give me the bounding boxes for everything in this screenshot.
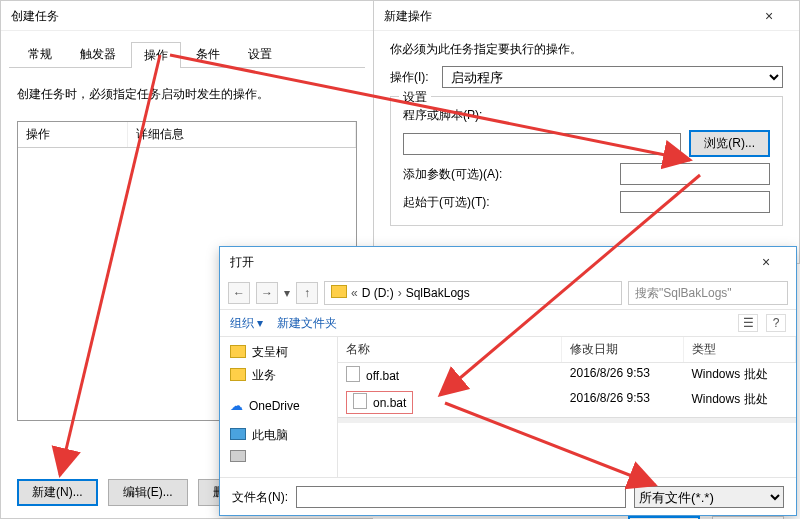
- tab-settings[interactable]: 设置: [235, 41, 285, 67]
- titlebar: 打开 ×: [220, 247, 796, 277]
- tab-actions[interactable]: 操作: [131, 42, 181, 68]
- file-header: 名称 修改日期 类型: [338, 337, 796, 363]
- new-folder-button[interactable]: 新建文件夹: [277, 315, 337, 332]
- help-icon[interactable]: ?: [766, 314, 786, 332]
- close-icon[interactable]: ×: [749, 1, 789, 31]
- button-row: 新建(N)... 编辑(E)... 删: [17, 479, 240, 506]
- tab-strip: 常规 触发器 操作 条件 设置: [9, 37, 365, 68]
- list-header: 操作 详细信息: [18, 122, 356, 148]
- crumb-drive[interactable]: D (D:): [362, 286, 394, 300]
- col-type[interactable]: 类型: [684, 337, 796, 362]
- settings-group: 设置 程序或脚本(P): 浏览(R)... 添加参数(可选)(A): 起始于(可…: [390, 96, 783, 226]
- new-action-window: 新建操作 × 你必须为此任务指定要执行的操作。 操作(I): 启动程序 设置 程…: [373, 0, 800, 264]
- col-date[interactable]: 修改日期: [562, 337, 684, 362]
- startin-input[interactable]: [620, 191, 770, 213]
- sidebar: 支呈柯 业务 ☁OneDrive 此电脑: [220, 337, 338, 477]
- window-title: 创建任务: [11, 1, 59, 31]
- window-title: 新建操作: [384, 1, 432, 31]
- args-input[interactable]: [620, 163, 770, 185]
- drive-icon: [230, 450, 246, 465]
- tab-conditions[interactable]: 条件: [183, 41, 233, 67]
- edit-button[interactable]: 编辑(E)...: [108, 479, 188, 506]
- file-row-selected[interactable]: on.bat 2016/8/26 9:53 Windows 批处: [338, 388, 796, 417]
- cloud-icon: ☁: [230, 398, 243, 413]
- filter-select[interactable]: 所有文件(*.*): [634, 486, 784, 508]
- forward-button[interactable]: →: [256, 282, 278, 304]
- tab-general[interactable]: 常规: [15, 41, 65, 67]
- action-label: 操作(I):: [390, 69, 442, 86]
- sidebar-item-thispc[interactable]: 此电脑: [220, 424, 337, 447]
- scrollbar[interactable]: [338, 417, 796, 423]
- col-name[interactable]: 名称: [338, 337, 562, 362]
- file-list: 名称 修改日期 类型 off.bat 2016/8/26 9:53 Window…: [338, 337, 796, 477]
- sidebar-item-onedrive[interactable]: ☁OneDrive: [220, 395, 337, 416]
- file-icon: [346, 366, 360, 385]
- file-icon: [353, 393, 367, 412]
- browse-button[interactable]: 浏览(R)...: [689, 130, 770, 157]
- sidebar-item[interactable]: 支呈柯: [220, 341, 337, 364]
- up-button[interactable]: ↑: [296, 282, 318, 304]
- file-row[interactable]: off.bat 2016/8/26 9:53 Windows 批处: [338, 363, 796, 388]
- toolbar: 组织 ▾ 新建文件夹 ☰ ?: [220, 310, 796, 337]
- filename-row: 文件名(N): 所有文件(*.*): [220, 477, 796, 516]
- sidebar-item[interactable]: 业务: [220, 364, 337, 387]
- folder-icon: [230, 368, 246, 384]
- folder-icon: [331, 285, 347, 301]
- tab-triggers[interactable]: 触发器: [67, 41, 129, 67]
- crumb-folder[interactable]: SqlBakLogs: [406, 286, 470, 300]
- close-icon[interactable]: ×: [746, 247, 786, 277]
- col-details: 详细信息: [128, 122, 356, 147]
- action-select[interactable]: 启动程序: [442, 66, 783, 88]
- filename-input[interactable]: [296, 486, 626, 508]
- open-file-dialog: 打开 × ← → ▾ ↑ « D (D:) › SqlBakLogs 搜索"Sq…: [219, 246, 797, 516]
- folder-icon: [230, 345, 246, 361]
- startin-label: 起始于(可选)(T):: [403, 194, 612, 211]
- args-label: 添加参数(可选)(A):: [403, 166, 612, 183]
- program-input[interactable]: [403, 133, 681, 155]
- hint-text: 你必须为此任务指定要执行的操作。: [390, 41, 783, 58]
- program-label: 程序或脚本(P):: [403, 107, 770, 124]
- new-button[interactable]: 新建(N)...: [17, 479, 98, 506]
- dropdown-icon[interactable]: ▾: [284, 286, 290, 300]
- group-legend: 设置: [399, 89, 431, 106]
- pc-icon: [230, 428, 246, 443]
- breadcrumb[interactable]: « D (D:) › SqlBakLogs: [324, 281, 622, 305]
- col-action: 操作: [18, 122, 128, 147]
- window-title: 打开: [230, 247, 254, 277]
- titlebar: 新建操作 ×: [374, 1, 799, 31]
- search-input[interactable]: 搜索"SqlBakLogs": [628, 281, 788, 305]
- titlebar: 创建任务: [1, 1, 373, 31]
- view-icon[interactable]: ☰: [738, 314, 758, 332]
- nav-bar: ← → ▾ ↑ « D (D:) › SqlBakLogs 搜索"SqlBakL…: [220, 277, 796, 310]
- filename-label: 文件名(N):: [232, 489, 288, 506]
- organize-menu[interactable]: 组织 ▾: [230, 315, 263, 332]
- hint-text: 创建任务时，必须指定任务启动时发生的操作。: [17, 86, 357, 103]
- back-button[interactable]: ←: [228, 282, 250, 304]
- sidebar-item-drive[interactable]: [220, 447, 337, 468]
